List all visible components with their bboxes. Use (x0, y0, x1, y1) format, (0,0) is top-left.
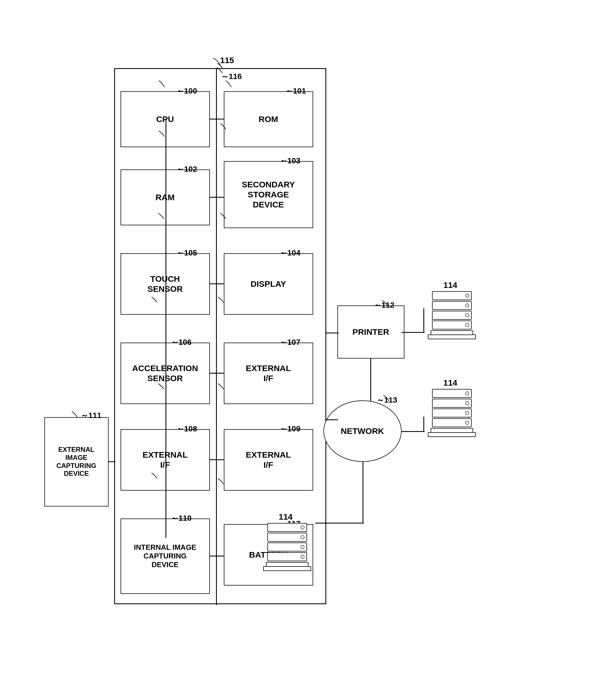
svg-rect-4 (431, 331, 473, 335)
extif107-printer-line (326, 332, 339, 333)
internal-image-box: INTERNAL IMAGE CAPTURING DEVICE (121, 519, 210, 594)
svg-rect-25 (263, 567, 311, 571)
touch-display-line (210, 283, 225, 284)
external-if-108-box: EXTERNAL I/F (121, 429, 210, 491)
cpu-box: CPU (121, 91, 210, 147)
display-box: DISPLAY (224, 253, 313, 315)
ref-102: ～102 (176, 164, 197, 175)
external-if-107-box: EXTERNAL I/F (224, 343, 313, 404)
network-server3-horiz (315, 523, 364, 524)
printer-network-line (370, 358, 371, 401)
ref-108: ～108 (176, 424, 197, 434)
extif108-extif109-line (210, 459, 225, 460)
ref-110: ～110 (171, 513, 192, 524)
external-image-box: EXTERNAL IMAGE CAPTURING DEVICE (44, 417, 109, 506)
accel-extif107-line (210, 373, 225, 374)
ref-111: ～111 (81, 410, 102, 421)
network-server3-vert (363, 462, 363, 523)
ref-100: ～100 (176, 86, 197, 96)
external-if-109-box: EXTERNAL I/F (224, 429, 313, 491)
ref-103: ～103 (280, 155, 300, 166)
extif109-network-line (326, 419, 338, 420)
ref-113: ～113 (376, 395, 397, 405)
ref-101: ～101 (285, 86, 306, 96)
touch-sensor-box: TOUCH SENSOR (121, 253, 210, 315)
network-server2-vert (423, 417, 424, 432)
svg-rect-5 (428, 335, 476, 339)
network-server2-line (401, 431, 424, 432)
ref-112: ～112 (374, 300, 395, 310)
internal-battery-line (210, 556, 225, 556)
cpu-bus-stub (165, 119, 166, 147)
ref-114-topright: 114 (443, 280, 457, 290)
svg-rect-15 (428, 432, 476, 437)
rom-box: ROM (224, 91, 313, 147)
server-icon-topright (424, 289, 480, 356)
left-bus-line (165, 147, 166, 538)
secondary-storage-box: SECONDARY STORAGE DEVICE (224, 161, 313, 228)
acceleration-sensor-box: ACCELERATION SENSOR (121, 343, 210, 404)
ref-105: ～105 (176, 248, 197, 258)
ref-106: ～106 (171, 337, 192, 348)
ref-116: ～116 (221, 71, 242, 82)
server-icon-bottom (259, 521, 315, 588)
divider-line (216, 69, 217, 605)
ref-114-bottom: 114 (279, 512, 293, 522)
ref-104: ～104 (280, 248, 300, 258)
diagram-container: 115 ～116 CPU ～100 ROM ～101 RAM ～102 S (36, 29, 566, 671)
ref-107: ～107 (280, 337, 300, 348)
network-server1-line (401, 332, 424, 333)
svg-rect-14 (431, 428, 473, 432)
ram-box: RAM (121, 170, 210, 225)
network-server1-vert (423, 308, 424, 333)
printer-box: PRINTER (337, 305, 404, 358)
ram-storage-line (210, 197, 225, 198)
cpu-rom-line (210, 119, 225, 120)
svg-rect-24 (266, 562, 308, 567)
ref-109: ～109 (280, 424, 300, 434)
extimg-extif108-line (109, 461, 115, 462)
network-box: NETWORK (323, 400, 401, 462)
ref-114-midright: 114 (443, 378, 457, 388)
server-icon-midright (424, 386, 480, 453)
